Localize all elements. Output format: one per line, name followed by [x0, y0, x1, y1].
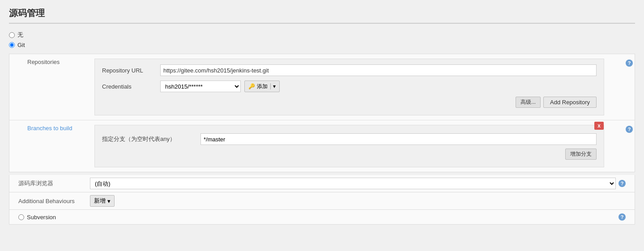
advanced-button[interactable]: 高级... — [516, 97, 541, 108]
subversion-help-icon[interactable]: ? — [618, 213, 626, 221]
new-behaviour-dropdown-arrow[interactable]: ▾ — [107, 198, 111, 204]
repositories-label: Repositories — [9, 57, 85, 65]
additional-behaviours-row: Additional Behaviours 新增 ▾ — [9, 192, 635, 210]
branches-label: Branches to build — [9, 123, 85, 132]
branch-specifier-row: 指定分支（为空时代表any） — [102, 133, 597, 145]
credentials-select[interactable]: hsh2015/****** — [160, 81, 241, 92]
subversion-label: Subversion — [27, 214, 56, 221]
repositories-content: Repository URL Credentials hsh2015/*****… — [85, 57, 622, 117]
radio-none[interactable]: 无 — [9, 31, 635, 39]
scm-radio-group: 无 Git — [9, 31, 635, 48]
add-branch-button[interactable]: 增加分支 — [565, 149, 597, 160]
source-browser-label: 源码库浏览器 — [18, 179, 90, 187]
credentials-label: Credentials — [102, 83, 160, 90]
repo-url-row: Repository URL — [102, 64, 597, 76]
delete-branch-button[interactable]: x — [594, 122, 604, 130]
source-browser-row: 源码库浏览器 (自动) ? — [9, 175, 635, 192]
branch-specifier-input[interactable] — [200, 133, 597, 145]
add-credentials-button[interactable]: 🔑 添加 ▾ — [244, 81, 280, 92]
source-browser-help-icon[interactable]: ? — [618, 180, 626, 187]
credentials-dropdown-arrow[interactable]: ▾ — [270, 83, 276, 89]
credentials-controls: hsh2015/****** 🔑 添加 ▾ — [160, 81, 280, 92]
source-browser-select[interactable]: (自动) — [90, 178, 616, 189]
radio-git-input[interactable] — [9, 42, 15, 48]
branch-specifier-label: 指定分支（为空时代表any） — [102, 135, 200, 143]
subversion-row: Subversion ? — [9, 210, 635, 225]
key-icon: 🔑 — [248, 83, 255, 89]
repo-url-label: Repository URL — [102, 67, 160, 74]
add-repository-button[interactable]: Add Repository — [543, 97, 597, 108]
radio-git[interactable]: Git — [9, 42, 635, 48]
radio-none-input[interactable] — [9, 32, 15, 38]
branches-block: x 指定分支（为空时代表any） 增加分支 — [94, 125, 604, 167]
repositories-section: Repositories Repository URL Credentials … — [9, 54, 635, 120]
radio-none-label: 无 — [17, 31, 23, 39]
radio-subversion-input[interactable] — [18, 214, 24, 220]
credentials-row: Credentials hsh2015/****** 🔑 添加 ▾ — [102, 81, 597, 92]
repo-url-input[interactable] — [160, 64, 597, 76]
repo-action-buttons: 高级... Add Repository — [102, 97, 597, 108]
new-behaviour-label: 新增 — [94, 197, 106, 205]
repositories-help-icon[interactable]: ? — [626, 60, 633, 67]
additional-behaviours-label: Additional Behaviours — [18, 198, 90, 204]
page-title: 源码管理 — [9, 7, 635, 24]
branches-section: Branches to build x 指定分支（为空时代表any） 增加分支 … — [9, 120, 635, 172]
radio-git-label: Git — [17, 42, 25, 48]
git-config-box: Repositories Repository URL Credentials … — [9, 54, 635, 172]
branches-content: x 指定分支（为空时代表any） 增加分支 — [85, 123, 622, 169]
add-credentials-label: 添加 — [257, 83, 268, 90]
new-behaviour-button[interactable]: 新增 ▾ — [90, 195, 115, 207]
branches-help-icon[interactable]: ? — [626, 126, 633, 133]
repositories-block: Repository URL Credentials hsh2015/*****… — [94, 59, 604, 115]
